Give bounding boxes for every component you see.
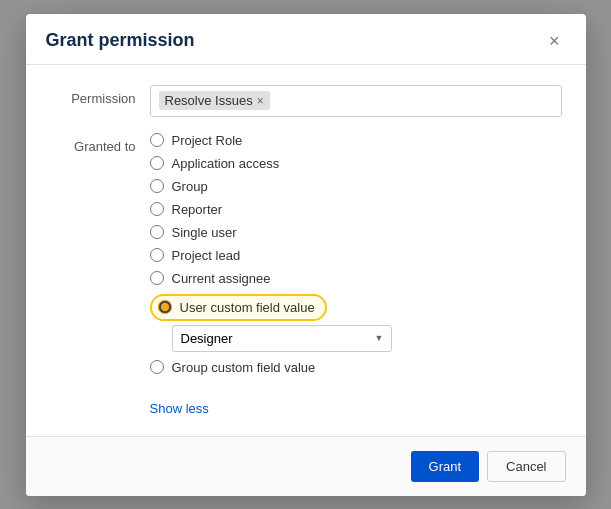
radio-label-current-assignee[interactable]: Current assignee — [172, 271, 271, 286]
radio-user-custom-field-container: User custom field value Designer Develop… — [150, 294, 562, 352]
sub-select-row: Designer Developer QA Engineer Manager — [172, 325, 562, 352]
radio-current-assignee[interactable]: Current assignee — [150, 271, 562, 286]
modal-title: Grant permission — [46, 30, 195, 51]
designer-select[interactable]: Designer Developer QA Engineer Manager — [172, 325, 392, 352]
radio-label-application-access[interactable]: Application access — [172, 156, 280, 171]
modal-header: Grant permission × — [26, 14, 586, 65]
radio-label-reporter[interactable]: Reporter — [172, 202, 223, 217]
radio-label-user-custom-field[interactable]: User custom field value — [180, 300, 315, 315]
modal-body: Permission Resolve Issues × Granted to P… — [26, 65, 586, 436]
radio-label-project-role[interactable]: Project Role — [172, 133, 243, 148]
radio-label-single-user[interactable]: Single user — [172, 225, 237, 240]
close-button[interactable]: × — [543, 30, 566, 52]
cancel-button[interactable]: Cancel — [487, 451, 565, 482]
radio-label-project-lead[interactable]: Project lead — [172, 248, 241, 263]
radio-single-user[interactable]: Single user — [150, 225, 562, 240]
radio-group[interactable]: Group — [150, 179, 562, 194]
radio-group-custom-field[interactable]: Group custom field value — [150, 360, 562, 375]
radio-label-group[interactable]: Group — [172, 179, 208, 194]
modal-footer: Grant Cancel — [26, 436, 586, 496]
permission-tag-remove[interactable]: × — [257, 95, 264, 107]
permission-tag: Resolve Issues × — [159, 91, 270, 110]
radio-project-lead[interactable]: Project lead — [150, 248, 562, 263]
modal-overlay: Grant permission × Permission Resolve Is… — [0, 0, 611, 509]
permission-tag-text: Resolve Issues — [165, 93, 253, 108]
permission-row: Permission Resolve Issues × — [50, 85, 562, 117]
radio-label-group-custom-field[interactable]: Group custom field value — [172, 360, 316, 375]
radio-user-custom-field[interactable]: User custom field value — [150, 294, 327, 321]
designer-select-wrapper[interactable]: Designer Developer QA Engineer Manager — [172, 325, 392, 352]
radio-reporter[interactable]: Reporter — [150, 202, 562, 217]
show-less-link[interactable]: Show less — [150, 401, 209, 416]
radio-project-role[interactable]: Project Role — [150, 133, 562, 148]
granted-to-row: Granted to Project Role Application acce… — [50, 133, 562, 375]
radio-list: Project Role Application access Group Re… — [150, 133, 562, 375]
granted-to-label: Granted to — [50, 133, 150, 154]
radio-application-access[interactable]: Application access — [150, 156, 562, 171]
grant-button[interactable]: Grant — [411, 451, 480, 482]
permission-field[interactable]: Resolve Issues × — [150, 85, 562, 117]
permission-label: Permission — [50, 85, 150, 106]
grant-permission-modal: Grant permission × Permission Resolve Is… — [26, 14, 586, 496]
